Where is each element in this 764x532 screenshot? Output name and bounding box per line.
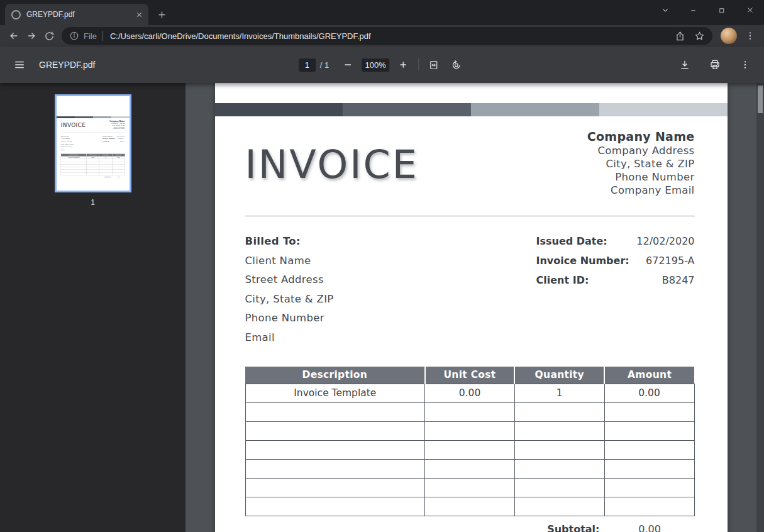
pdf-page: INVOICE Company Name Company Address Cit… (215, 83, 728, 532)
invoice-title: INVOICE (245, 145, 419, 184)
arrow-left-icon (8, 30, 19, 42)
vertical-scrollbar[interactable] (756, 83, 764, 532)
maximize-button[interactable] (707, 0, 736, 20)
meta-row: Client ID: B8247 (536, 274, 695, 294)
reload-button[interactable] (40, 27, 58, 45)
cell-amount (604, 402, 694, 421)
cell-quantity (514, 459, 604, 478)
page-thumbnail[interactable]: INVOICE Company Name Company Address Cit… (55, 94, 131, 192)
cell-unit-cost: 0.00 (425, 384, 515, 402)
page-number-input[interactable] (299, 58, 316, 72)
pdf-page-zoom-controls: / 1 100% (299, 56, 465, 74)
cell-quantity (514, 421, 604, 440)
browser-menu-button[interactable] (741, 27, 759, 45)
table-row (245, 497, 694, 516)
table-row (245, 421, 694, 440)
deco-bar (599, 103, 728, 116)
table-row (245, 478, 694, 497)
browser-navbar: File C:/Users/carli/OneDrive/Documents/I… (0, 25, 764, 47)
url-text[interactable]: C:/Users/carli/OneDrive/Documents/Invoic… (110, 31, 668, 41)
client-id-label: Client ID: (536, 274, 589, 294)
back-button[interactable] (5, 27, 23, 45)
zoom-out-button[interactable] (339, 56, 357, 74)
cell-quantity (514, 440, 604, 459)
tab-search-button[interactable] (651, 0, 679, 20)
header-description: Description (245, 367, 425, 384)
bookmark-star-icon[interactable] (694, 31, 705, 42)
minimize-button[interactable] (679, 0, 707, 20)
subtotal-value: 0.00 (605, 523, 695, 532)
omnibox-divider (102, 31, 103, 41)
cell-amount: 0.00 (604, 384, 694, 402)
subtotal-label: Subtotal: (515, 523, 605, 532)
table-header-row: Description Unit Cost Quantity Amount (245, 367, 694, 384)
zoom-level-display[interactable]: 100% (362, 58, 389, 72)
chevron-down-icon (661, 6, 670, 14)
issued-date-value: 12/02/2020 (636, 235, 694, 255)
browser-tab[interactable]: GREYPDF.pdf (5, 4, 148, 25)
client-name: Client Name (245, 255, 334, 274)
document-title: GREYPDF.pdf (39, 60, 95, 70)
fit-to-page-button[interactable] (425, 56, 443, 74)
thumbnail-sidebar: INVOICE Company Name Company Address Cit… (0, 83, 185, 532)
pdf-favicon-icon (11, 10, 21, 19)
print-icon (709, 59, 721, 70)
maximize-icon (717, 6, 726, 14)
company-name: Company Name (587, 129, 695, 144)
fit-page-icon (429, 60, 440, 70)
header-unit-cost: Unit Cost (425, 367, 515, 384)
cell-unit-cost (425, 421, 515, 440)
cell-quantity: 1 (514, 384, 604, 402)
cell-description (245, 440, 425, 459)
tab-close-button[interactable] (133, 9, 145, 20)
info-icon (69, 31, 79, 41)
new-tab-button[interactable] (153, 6, 170, 23)
deco-bar (215, 103, 343, 116)
cell-amount (604, 478, 694, 497)
address-bar[interactable]: File C:/Users/carli/OneDrive/Documents/I… (62, 27, 712, 45)
kebab-menu-icon (745, 31, 755, 41)
print-button[interactable] (706, 56, 724, 74)
pdf-content-area: INVOICE Company Name Company Address Cit… (0, 83, 764, 532)
billed-to-block: Billed To: Client Name Street Address Ci… (245, 235, 334, 350)
cell-amount (604, 421, 694, 440)
page-count-label: / 1 (320, 60, 329, 70)
file-scheme-label: File (84, 31, 97, 41)
plus-icon (157, 10, 167, 19)
cell-quantity (514, 478, 604, 497)
window-controls (651, 0, 764, 20)
cell-description (245, 478, 425, 497)
deco-bar (471, 103, 599, 116)
cell-amount (604, 497, 694, 516)
page-thumbnail-canvas: INVOICE Company Name Company Address Cit… (57, 116, 130, 192)
thumbnail-page-number: 1 (0, 198, 185, 207)
share-icon[interactable] (675, 31, 685, 42)
cell-unit-cost (425, 402, 515, 421)
cell-amount (604, 459, 694, 478)
pdf-more-options-button[interactable] (736, 56, 754, 74)
forward-button[interactable] (23, 27, 40, 45)
scrollbar-thumb[interactable] (758, 86, 763, 113)
cell-unit-cost (425, 440, 515, 459)
meta-row: Invoice Number: 672195-A (536, 255, 695, 274)
subtotal-row: Subtotal: 0.00 (245, 520, 695, 532)
table-row (245, 459, 694, 478)
invoice-info-row: Billed To: Client Name Street Address Ci… (245, 235, 695, 350)
profile-avatar[interactable] (721, 28, 737, 44)
cell-unit-cost (425, 459, 515, 478)
client-phone: Phone Number (245, 312, 334, 331)
download-button[interactable] (676, 56, 694, 74)
zoom-in-button[interactable] (394, 56, 412, 74)
close-window-button[interactable] (736, 0, 764, 20)
cell-description: Invoice Template (245, 384, 425, 402)
pdf-viewport[interactable]: INVOICE Company Name Company Address Cit… (185, 83, 756, 532)
download-icon (679, 59, 690, 70)
cell-description (245, 459, 425, 478)
meta-row: Issued Date: 12/02/2020 (536, 235, 695, 255)
sidebar-toggle-button[interactable] (10, 55, 29, 74)
issued-date-label: Issued Date: (536, 235, 607, 255)
header-divider (245, 216, 695, 216)
rotate-button[interactable] (448, 56, 465, 74)
company-phone: Phone Number (587, 170, 695, 184)
close-icon (746, 6, 755, 14)
